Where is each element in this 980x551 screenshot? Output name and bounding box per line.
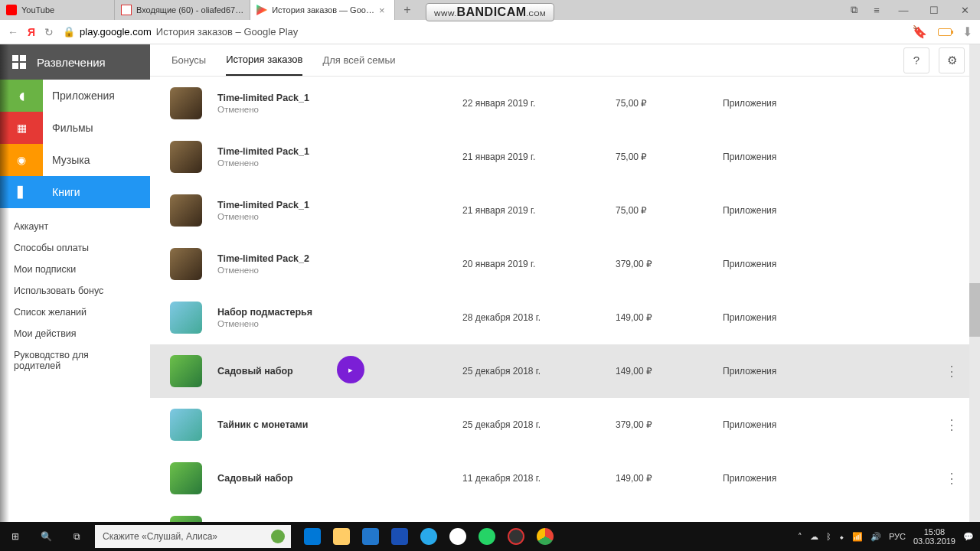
app-whatsapp[interactable] (473, 522, 501, 551)
order-price: 75,00 ₽ (616, 98, 707, 109)
maximize-button[interactable]: ☐ (919, 0, 949, 20)
order-thumb (170, 355, 202, 387)
mic-icon[interactable] (271, 530, 285, 543)
redeem-link[interactable]: Использовать бонус (14, 280, 136, 302)
back-button[interactable]: ← (8, 26, 18, 38)
new-tab-button[interactable]: + (395, 0, 420, 20)
bandicam-watermark: WWW.BANDICAM.COM (426, 3, 554, 21)
subscriptions-link[interactable]: Мои подписки (14, 259, 136, 280)
order-thumb (170, 302, 202, 334)
tab-family[interactable]: Для всей семьи (322, 45, 395, 75)
help-button[interactable]: ? (903, 47, 929, 73)
more-icon[interactable]: ⋮ (945, 416, 959, 433)
close-icon[interactable]: × (379, 5, 388, 16)
order-thumb (170, 141, 202, 173)
app-mail[interactable] (386, 522, 413, 551)
order-row[interactable]: Набор подмастерьяОтменено28 декабря 2018… (150, 291, 980, 344)
order-price: 75,00 ₽ (616, 205, 707, 216)
bookmark-icon[interactable]: 🔖 (912, 24, 927, 39)
order-name-col: Time-limited Pack_1Отменено (217, 93, 447, 114)
edge-shadow (0, 44, 9, 522)
system-tray: ˄ ☁ ᛒ ⬥ 📶 🔊 РУС 15:08 03.03.2019 💬 (798, 527, 980, 546)
tray-security-icon[interactable]: ⬥ (839, 532, 844, 541)
account-menu: Аккаунт Способы оплаты Мои подписки Испо… (0, 208, 150, 384)
url-display[interactable]: 🔒 play.google.com История заказов – Goog… (63, 26, 298, 37)
youtube-icon (6, 5, 17, 15)
wishlist-link[interactable]: Список желаний (14, 302, 136, 323)
order-name: Набор подмастерья (217, 307, 447, 318)
tray-notifications-icon[interactable]: 💬 (963, 532, 974, 542)
task-view-button[interactable]: ⧉ (61, 522, 92, 551)
activity-link[interactable]: Мои действия (14, 323, 136, 344)
order-category: Приложения (723, 152, 815, 162)
order-row[interactable]: Time-limited Pack_2Отменено20 января 201… (150, 237, 980, 291)
payment-methods-link[interactable]: Способы оплаты (14, 237, 136, 259)
order-name-col: Садовый набор (217, 366, 447, 377)
search-icon[interactable]: 🔍 (31, 522, 61, 551)
order-date: 28 декабря 2018 г. (462, 312, 600, 323)
parent-guide-link[interactable]: Руководство для родителей (14, 344, 136, 377)
order-row[interactable]: Салоный набор10 декабря 2018 г.149,00 ₽П… (150, 505, 980, 522)
tab-gmail[interactable]: Входящие (60) - oliafed67… (115, 0, 250, 20)
sidebar-item-music[interactable]: ◉Музыка (0, 144, 150, 176)
order-category: Приложения (723, 98, 815, 109)
order-name: Тайник с монетами (217, 419, 447, 430)
sidebar-item-books[interactable]: ▋Книги (0, 176, 150, 208)
order-row[interactable]: Time-limited Pack_1Отменено21 января 201… (150, 130, 980, 184)
download-icon[interactable]: ⬇ (962, 24, 972, 39)
more-icon[interactable]: ⋮ (945, 470, 959, 487)
order-name-col: Time-limited Pack_1Отменено (217, 200, 447, 221)
reload-button[interactable]: ↻ (44, 26, 54, 38)
order-row[interactable]: Садовый набор25 декабря 2018 г.149,00 ₽П… (150, 344, 980, 398)
order-date: 21 января 2019 г. (462, 152, 600, 162)
app-telegram[interactable] (415, 522, 443, 551)
sidebar: Развлечения ◖Приложения ▦Фильмы ◉Музыка … (0, 44, 150, 522)
minimize-button[interactable]: — (888, 0, 919, 20)
scrollbar-thumb[interactable] (969, 283, 980, 337)
order-date: 25 декабря 2018 г. (462, 366, 600, 377)
tray-language[interactable]: РУС (889, 532, 906, 541)
sidebar-item-films[interactable]: ▦Фильмы (0, 112, 150, 144)
sidebar-item-apps[interactable]: ◖Приложения (0, 80, 150, 112)
address-bar: ← Я ↻ 🔒 play.google.com История заказов … (0, 20, 980, 44)
brand-header[interactable]: Развлечения (0, 44, 150, 80)
url-domain: play.google.com (80, 26, 152, 37)
order-row[interactable]: Садовый набор11 декабря 2018 г.149,00 ₽П… (150, 452, 980, 505)
app-edge[interactable] (299, 522, 326, 551)
cursor-indicator: ▸ (337, 356, 364, 383)
tab-order-history[interactable]: История заказов (226, 44, 302, 76)
tab-youtube[interactable]: YouTube (0, 0, 115, 20)
tray-bluetooth-icon[interactable]: ᛒ (826, 532, 831, 541)
menu-icon[interactable]: ≡ (865, 0, 888, 20)
taskbar-apps (299, 522, 559, 551)
tray-up-icon[interactable]: ˄ (798, 532, 802, 542)
order-row[interactable]: Time-limited Pack_1Отменено22 января 201… (150, 77, 980, 130)
settings-button[interactable]: ⚙ (939, 47, 965, 73)
tab-googleplay[interactable]: История заказов — Goo… × (250, 0, 395, 20)
order-date: 21 января 2019 г. (462, 205, 600, 216)
app-explorer[interactable] (328, 522, 355, 551)
start-button[interactable]: ⊞ (0, 522, 31, 551)
tray-cloud-icon[interactable]: ☁ (810, 532, 818, 542)
tray-wifi-icon[interactable]: 📶 (852, 532, 863, 542)
more-icon[interactable]: ⋮ (945, 363, 959, 380)
tab-bonuses[interactable]: Бонусы (172, 45, 206, 75)
order-thumb (170, 516, 202, 522)
order-category: Приложения (723, 312, 815, 323)
panel-icon[interactable]: ⧉ (842, 0, 865, 20)
order-name-col: Набор подмастерьяОтменено (217, 307, 447, 328)
app-record[interactable] (502, 522, 530, 551)
app-chrome[interactable] (531, 522, 559, 551)
order-status: Отменено (217, 105, 447, 114)
order-row[interactable]: Time-limited Pack_1Отменено21 января 201… (150, 184, 980, 237)
yandex-icon[interactable]: Я (28, 26, 35, 38)
order-row[interactable]: Тайник с монетами25 декабря 2018 г.379,0… (150, 398, 980, 452)
alice-search[interactable]: Скажите «Слушай, Алиса» (95, 525, 291, 548)
account-link[interactable]: Аккаунт (14, 216, 136, 237)
order-thumb (170, 248, 202, 280)
tray-clock[interactable]: 15:08 03.03.2019 (913, 527, 956, 546)
close-button[interactable]: ✕ (949, 0, 980, 20)
app-store[interactable] (357, 522, 384, 551)
app-yandex[interactable] (444, 522, 472, 551)
tray-volume-icon[interactable]: 🔊 (871, 532, 881, 542)
